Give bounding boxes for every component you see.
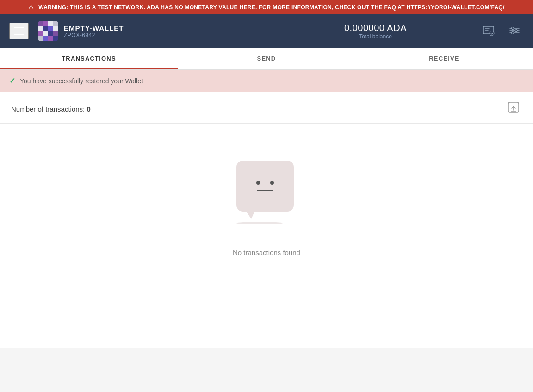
tx-count-label: Number of transactions: [11,105,87,113]
hamburger-line-1 [14,27,24,28]
svg-rect-2 [48,21,53,26]
svg-point-22 [515,29,518,31]
svg-rect-4 [38,26,43,31]
svg-rect-10 [48,31,53,36]
svg-point-23 [512,31,514,34]
transaction-count-row: Number of transactions: 0 [0,92,533,124]
success-message: You have successfully restored your Wall… [20,77,143,85]
tabs: TRANSACTIONS SEND RECEIVE [0,48,533,70]
main-content: ✓ You have successfully restored your Wa… [0,70,533,348]
svg-rect-13 [43,36,48,41]
hamburger-menu-button[interactable] [9,23,29,39]
header-actions [479,21,524,41]
bubble-mouth [257,190,273,191]
tx-count-number: 0 [87,105,90,113]
svg-rect-5 [43,26,48,31]
check-icon: ✓ [9,76,15,85]
transaction-count-text: Number of transactions: 0 [11,105,91,113]
svg-rect-14 [48,36,53,41]
svg-rect-9 [43,31,48,36]
warning-link[interactable]: HTTPS://YOROI-WALLET.COM/FAQ/ [407,4,505,11]
svg-rect-0 [38,21,43,26]
empty-text: No transactions found [233,249,300,256]
wallet-info: EMPTY-WALLET ZPOX-6942 [64,24,272,38]
settings-button[interactable] [505,21,524,41]
warning-banner: ⚠ WARNING: THIS IS A TEST NETWORK. ADA H… [0,0,533,14]
svg-rect-12 [38,36,43,41]
tab-send[interactable]: SEND [178,48,355,69]
balance-label: Total balance [272,33,479,40]
svg-point-17 [490,31,494,36]
svg-point-21 [512,27,514,29]
bubble-eye-left [256,181,260,185]
bubble-eyes [256,181,274,185]
empty-shadow [236,222,283,224]
header: EMPTY-WALLET ZPOX-6942 0.000000 ADA Tota… [0,14,533,48]
svg-rect-3 [53,21,58,26]
balance-amount: 0.000000 ADA [272,23,479,33]
wallet-action-button[interactable] [479,21,498,41]
tab-receive[interactable]: RECEIVE [355,48,533,69]
success-banner: ✓ You have successfully restored your Wa… [0,70,533,92]
export-button[interactable] [505,99,522,118]
warning-text: WARNING: THIS IS A TEST NETWORK. ADA HAS… [38,4,405,11]
empty-state: No transactions found [0,124,533,284]
svg-rect-11 [53,31,58,36]
warning-icon: ⚠ [28,4,34,11]
wallet-id: ZPOX-6942 [64,32,272,38]
hamburger-line-3 [14,34,24,35]
wallet-name: EMPTY-WALLET [64,24,272,32]
empty-illustration [236,161,297,235]
hamburger-line-2 [14,31,24,31]
svg-rect-7 [53,26,58,31]
speech-bubble [236,161,294,212]
balance-section: 0.000000 ADA Total balance [272,23,479,40]
svg-rect-8 [38,31,43,36]
svg-rect-15 [53,36,58,41]
svg-rect-6 [48,26,53,31]
wallet-avatar [38,21,58,41]
tab-transactions[interactable]: TRANSACTIONS [0,48,178,69]
bubble-eye-right [270,181,274,185]
svg-rect-1 [43,21,48,26]
